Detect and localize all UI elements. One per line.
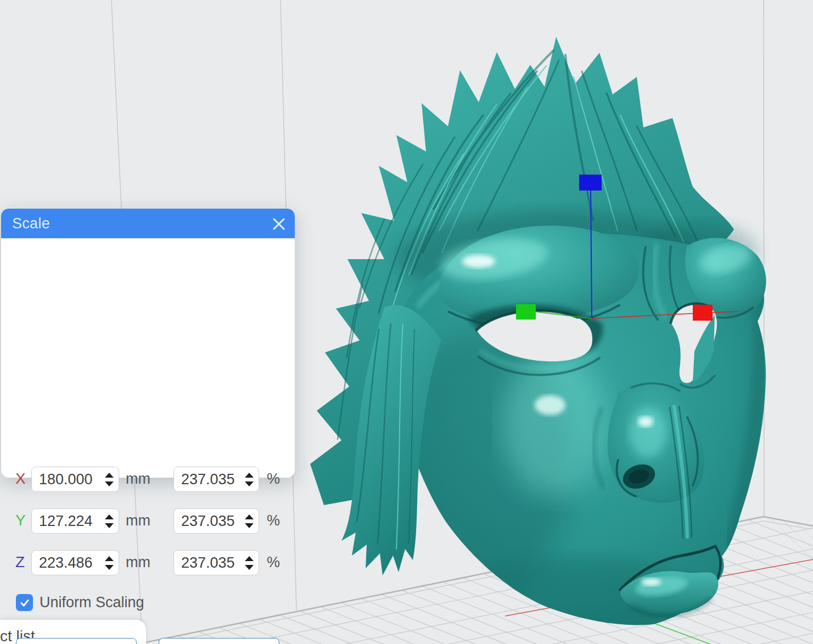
axis-label-z: Z [15,553,25,571]
y-mm-value: 127.224 [39,513,105,530]
stepper-down-icon[interactable] [245,481,254,486]
z-mm-value: 223.486 [39,555,105,572]
stepper-up-icon[interactable] [105,473,114,478]
scale-row-x: X 180.000 mm 237.035 % [1,467,295,492]
mm-unit-label: mm [126,554,150,571]
mm-unit-label: mm [126,471,150,488]
uniform-scaling-row: Uniform Scaling [16,594,144,611]
stepper-down-icon[interactable] [105,481,114,486]
stepper-down-icon[interactable] [105,565,114,570]
scale-row-z: Z 223.486 mm 237.035 % [1,550,295,575]
stepper-up-icon[interactable] [245,514,254,519]
checkmark-icon [19,597,30,608]
close-icon[interactable] [271,216,287,232]
gizmo-z-handle[interactable] [579,175,602,191]
mm-unit-label: mm [126,512,150,529]
x-percent-value: 237.035 [181,471,245,488]
scale-to-fit-button[interactable]: Scale to Fit [16,638,137,644]
x-percent-input[interactable]: 237.035 [173,467,259,492]
percent-unit-label: % [267,554,280,571]
y-mm-input[interactable]: 127.224 [31,508,119,534]
stepper-up-icon[interactable] [245,556,254,561]
stepper-up-icon[interactable] [105,514,114,519]
uniform-scaling-checkbox[interactable] [16,594,33,611]
z-percent-input[interactable]: 237.035 [173,550,259,575]
stepper-up-icon[interactable] [245,473,254,478]
dialog-buttons: Scale to Fit Reset [1,638,295,644]
axis-label-x: X [15,470,26,488]
stepper-down-icon[interactable] [105,523,114,528]
percent-unit-label: % [267,471,280,488]
uniform-scaling-label: Uniform Scaling [40,594,144,611]
nose-spec [638,416,653,427]
gizmo-x-handle[interactable] [693,305,713,321]
3d-viewport[interactable]: Scale X 180.000 mm 237.035 % Y 127.224 [0,0,813,644]
stepper-up-icon[interactable] [105,556,114,561]
scale-row-y: Y 127.224 mm 237.035 % [1,508,295,534]
stepper-down-icon[interactable] [245,565,254,570]
gizmo-y-handle[interactable] [516,304,536,320]
percent-unit-label: % [267,512,280,529]
model-gorilla-mask[interactable] [310,37,766,644]
y-percent-value: 237.035 [181,513,245,530]
reset-button[interactable]: Reset [159,638,279,644]
y-percent-input[interactable]: 237.035 [173,508,259,534]
z-percent-value: 237.035 [181,555,245,572]
lip-spec [641,578,661,586]
stepper-down-icon[interactable] [245,523,254,528]
nose-highlight [629,407,666,458]
scale-dialog-titlebar[interactable]: Scale [1,209,295,238]
axis-label-y: Y [15,512,26,529]
x-mm-value: 180.000 [39,471,105,488]
z-mm-input[interactable]: 223.486 [31,550,119,575]
scale-dialog: Scale X 180.000 mm 237.035 % Y 127.224 [1,209,295,478]
dialog-title: Scale [12,215,50,232]
x-mm-input[interactable]: 180.000 [31,467,119,492]
left-brow-spec [462,255,495,268]
